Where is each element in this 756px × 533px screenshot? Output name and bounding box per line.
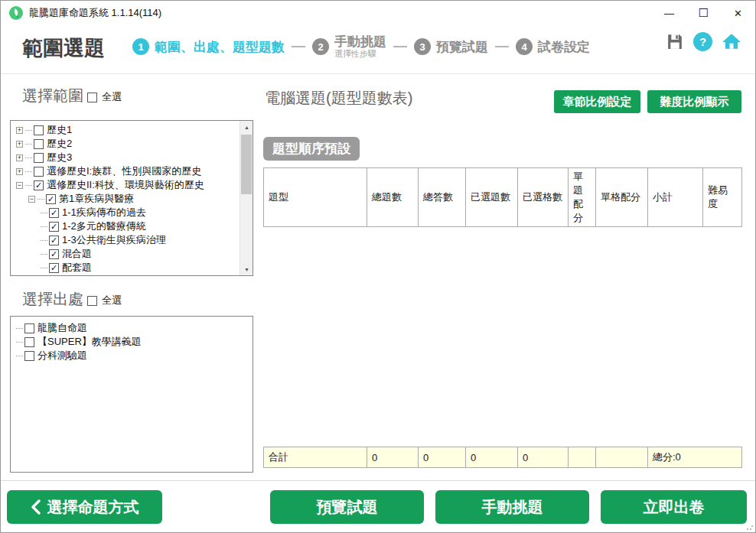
- save-icon[interactable]: [664, 31, 684, 51]
- collapse-icon[interactable]: −: [16, 182, 23, 189]
- tree-item[interactable]: ✓ 1-1疾病傳布的過去: [11, 206, 240, 219]
- totals-row: 合計 0 0 0 0 總分:0: [264, 447, 742, 468]
- column-header: 小計: [648, 168, 703, 227]
- tree-item-label[interactable]: 歷史1: [47, 123, 72, 137]
- app-logo-icon: [9, 6, 23, 20]
- source-item-label[interactable]: 龍騰自命題: [37, 321, 87, 335]
- source-list-box: 龍騰自命題 【SUPER】教學講義題 分科測驗題: [10, 316, 253, 473]
- source-checkbox[interactable]: [24, 323, 34, 333]
- source-section-title: 選擇出處: [22, 289, 83, 310]
- column-header: 題型: [264, 168, 367, 227]
- bottom-divider: [1, 480, 755, 481]
- scope-select-all-checkbox[interactable]: [87, 93, 97, 102]
- column-header: 已選題數: [466, 168, 518, 227]
- scrollbar-thumb[interactable]: [241, 135, 252, 194]
- tree-checkbox[interactable]: ✓: [46, 194, 56, 204]
- tree-scrollbar[interactable]: ▲ ▼: [240, 121, 253, 275]
- step-4-label: 試卷設定: [538, 38, 590, 56]
- source-item-label[interactable]: 分科測驗題: [37, 349, 87, 362]
- step-connector: [292, 46, 305, 47]
- question-type-table-footer: 合計 0 0 0 0 總分:0: [263, 447, 742, 468]
- expand-icon[interactable]: +: [16, 141, 23, 148]
- tree-item[interactable]: ✓ 配套題: [11, 261, 240, 275]
- window-title: 龍騰題庫命題系統 1.1.14(114): [29, 6, 161, 20]
- tree-item[interactable]: − ✓ 選修歷史II:科技、環境與藝術的歷史: [11, 178, 240, 192]
- tree-item-label[interactable]: 歷史3: [47, 151, 72, 164]
- source-select-all[interactable]: 全選: [87, 294, 122, 307]
- tree-checkbox[interactable]: ✓: [49, 208, 59, 218]
- tree-item[interactable]: ✓ 1-2多元的醫療傳統: [11, 219, 240, 233]
- list-item[interactable]: 分科測驗題: [11, 349, 253, 362]
- preview-questions-button[interactable]: 預覽試題: [270, 490, 424, 524]
- tree-checkbox[interactable]: ✓: [49, 222, 59, 232]
- tree-item[interactable]: − ✓ 第1章疾病與醫療: [11, 192, 240, 206]
- tree-item[interactable]: + 選修歷史I:族群、性別與國家的歷史: [11, 164, 240, 178]
- chapter-ratio-button[interactable]: 章節比例設定: [554, 90, 640, 113]
- scope-select-all[interactable]: 全選: [87, 90, 122, 104]
- header-divider: [1, 73, 755, 74]
- expand-icon[interactable]: +: [16, 127, 23, 134]
- tree-checkbox[interactable]: ✓: [34, 180, 44, 190]
- tree-item-label[interactable]: 第1章疾病與醫療: [59, 192, 134, 206]
- source-select-all-checkbox[interactable]: [87, 296, 97, 306]
- difficulty-ratio-button[interactable]: 難度比例顯示: [647, 90, 741, 113]
- tree-item-label[interactable]: 選修歷史I:族群、性別與國家的歷史: [47, 164, 201, 178]
- question-type-table-header: 題型 總題數 總答數 已選題數 已選格數 單題配分 單格配分 小計 難易度: [263, 167, 742, 227]
- list-item[interactable]: 龍騰自命題: [11, 321, 253, 335]
- tree-connector: [16, 328, 23, 329]
- minimize-button[interactable]: —: [652, 1, 686, 25]
- tree-item[interactable]: ✓ 混合題: [11, 247, 240, 261]
- tree-connector: [25, 171, 32, 172]
- tree-item-label[interactable]: 1-3公共衛生與疾病治理: [62, 233, 166, 247]
- maximize-button[interactable]: ☐: [686, 1, 721, 25]
- expand-icon[interactable]: +: [16, 168, 23, 175]
- source-checkbox[interactable]: [24, 337, 34, 347]
- collapse-icon[interactable]: −: [28, 196, 35, 203]
- step-2-label: 手動挑題: [334, 34, 386, 50]
- scope-tree-box: + 歷史1 + 歷史2 + 歷史3 + 選修歷史I:族群、性: [10, 120, 253, 276]
- list-item[interactable]: 【SUPER】教學講義題: [11, 335, 253, 349]
- tree-checkbox[interactable]: [34, 139, 44, 149]
- home-icon[interactable]: [722, 31, 741, 51]
- column-header: 單格配分: [596, 168, 648, 227]
- total-score-value: 總分:0: [648, 447, 742, 468]
- tree-item-label[interactable]: 1-2多元的醫療傳統: [62, 219, 146, 233]
- tree-item-label[interactable]: 配套題: [62, 261, 92, 275]
- column-header: 總答數: [419, 168, 466, 227]
- tree-checkbox[interactable]: [34, 125, 44, 135]
- scroll-up-icon[interactable]: ▲: [240, 121, 253, 133]
- preview-button-label: 預覽試題: [317, 497, 378, 518]
- tree-connector: [16, 342, 23, 343]
- tree-checkbox[interactable]: [34, 153, 44, 163]
- tree-item-label[interactable]: 1-1疾病傳布的過去: [62, 206, 146, 219]
- tree-checkbox[interactable]: ✓: [49, 236, 59, 245]
- scope-tree: + 歷史1 + 歷史2 + 歷史3 + 選修歷史I:族群、性: [11, 121, 240, 275]
- help-icon[interactable]: ?: [693, 32, 712, 51]
- tree-checkbox[interactable]: [34, 167, 44, 177]
- resize-grip[interactable]: [746, 523, 754, 531]
- step-indicator: 1 範圍、出處、題型題數 2 手動挑題 選擇性步驟 3 預覽試題 4 試卷設定: [132, 30, 590, 63]
- source-checkbox[interactable]: [24, 351, 34, 361]
- tree-connector: [41, 268, 47, 268]
- tree-connector: [41, 226, 47, 227]
- step-4-settings: 4 試卷設定: [516, 38, 590, 56]
- tree-item-label[interactable]: 選修歷史II:科技、環境與藝術的歷史: [47, 178, 204, 192]
- tree-item-label[interactable]: 混合題: [62, 247, 92, 261]
- expand-icon[interactable]: +: [16, 154, 23, 161]
- back-to-method-button[interactable]: 選擇命題方式: [7, 490, 162, 524]
- chevron-left-icon: [31, 499, 41, 515]
- scroll-down-icon[interactable]: ▼: [240, 263, 253, 275]
- tree-item[interactable]: + 歷史3: [11, 151, 240, 164]
- manual-pick-button[interactable]: 手動挑題: [435, 490, 589, 524]
- generate-paper-button[interactable]: 立即出卷: [601, 490, 747, 524]
- type-order-default-button[interactable]: 題型順序預設: [263, 137, 360, 161]
- source-item-label[interactable]: 【SUPER】教學講義題: [37, 335, 142, 349]
- tree-checkbox[interactable]: ✓: [49, 263, 59, 273]
- tree-item[interactable]: + 歷史1: [11, 123, 240, 137]
- window-controls: — ☐ ✕: [652, 1, 755, 25]
- tree-checkbox[interactable]: ✓: [49, 249, 59, 259]
- tree-item-label[interactable]: 歷史2: [47, 137, 72, 151]
- tree-item[interactable]: + 歷史2: [11, 137, 240, 151]
- tree-item[interactable]: ✓ 1-3公共衛生與疾病治理: [11, 233, 240, 247]
- close-button[interactable]: ✕: [721, 1, 755, 25]
